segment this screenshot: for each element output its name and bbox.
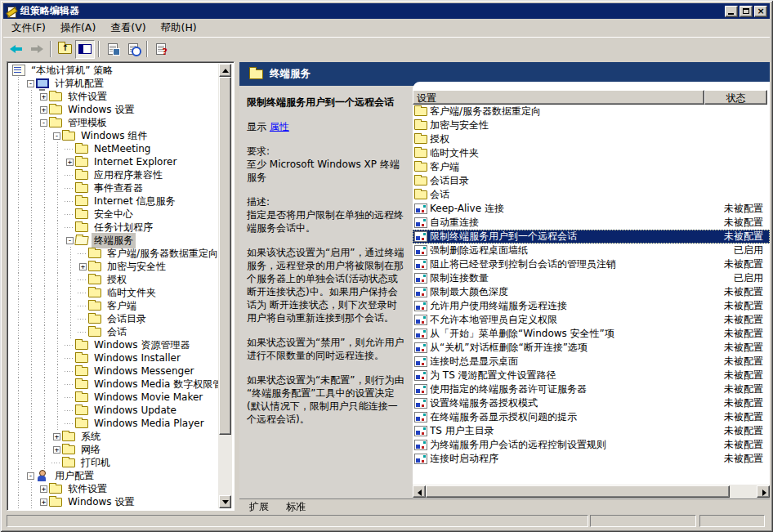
tree-item-label: Windows 设置 xyxy=(65,494,136,509)
expand-plus-icon[interactable]: + xyxy=(40,106,47,114)
maximize-button[interactable] xyxy=(739,6,753,17)
settings-list-row[interactable]: 允许用户使用终端服务远程连接未被配置 xyxy=(413,299,770,313)
settings-list-row[interactable]: 不允许本地管理员自定义权限未被配置 xyxy=(413,313,770,327)
tree-vertical-scrollbar[interactable] xyxy=(218,64,232,508)
tree-item[interactable]: Windows Media 数字权限管理 xyxy=(9,378,218,391)
tree-item[interactable]: -Windows 组件 xyxy=(9,129,218,142)
setting-status: 未被配置 xyxy=(707,341,770,355)
settings-list-row[interactable]: 设置终端服务器授权模式未被配置 xyxy=(413,396,770,410)
view-tabs: 扩展标准 xyxy=(239,498,770,512)
tree-item[interactable]: Windows Installer xyxy=(9,351,218,364)
expand-plus-icon[interactable]: + xyxy=(40,93,47,101)
properties-icon xyxy=(108,43,118,55)
show-hide-console-tree-button[interactable] xyxy=(75,40,95,59)
tree-guide-line xyxy=(12,456,25,469)
collapse-minus-icon[interactable]: - xyxy=(27,80,34,87)
settings-list-row[interactable]: 客户端/服务器数据重定向 xyxy=(413,105,770,118)
menu-item-file[interactable]: 文件(F) xyxy=(4,20,53,38)
list-horizontal-scrollbar[interactable] xyxy=(413,485,770,498)
menu-item-view[interactable]: 查看(V) xyxy=(103,20,153,38)
list-header: 设置 状态 xyxy=(413,90,770,105)
settings-list-row[interactable]: 为 TS 漫游配置文件设置路径未被配置 xyxy=(413,369,770,382)
scroll-down-button[interactable] xyxy=(219,495,231,508)
folder-icon xyxy=(249,69,263,79)
expand-plus-icon[interactable]: + xyxy=(40,498,47,506)
settings-list-row[interactable]: 连接时总是显示桌面未被配置 xyxy=(413,355,770,369)
tree-guide-line xyxy=(51,391,65,404)
collapse-minus-icon[interactable]: - xyxy=(66,237,74,244)
settings-list-row[interactable]: 限制连接数量已启用 xyxy=(413,271,770,285)
settings-list-row[interactable]: 会话 xyxy=(413,188,770,202)
settings-list-row[interactable]: 临时文件夹 xyxy=(413,146,770,160)
column-header-setting[interactable]: 设置 xyxy=(413,90,704,105)
selected-policy-title: 限制终端服务用户到一个远程会话 xyxy=(247,96,405,109)
settings-list-row[interactable]: 为终端服务用户会话的远程控制设置规则未被配置 xyxy=(413,438,770,452)
expand-plus-icon[interactable]: + xyxy=(40,485,47,493)
settings-list-row[interactable]: 从“关机”对话框删除“断开连接”选项未被配置 xyxy=(413,341,770,355)
tree-item[interactable]: Windows 资源管理器 xyxy=(9,338,218,351)
collapse-minus-icon[interactable]: - xyxy=(40,119,47,127)
tree-item[interactable]: -计算机配置 xyxy=(9,77,218,90)
expand-plus-icon[interactable]: + xyxy=(79,263,87,270)
tree-guide-line xyxy=(12,286,25,299)
expand-plus-icon[interactable]: + xyxy=(53,446,60,454)
minimize-button[interactable] xyxy=(725,6,738,17)
settings-list-row[interactable]: 加密与安全性 xyxy=(413,118,770,132)
properties-button[interactable] xyxy=(103,40,123,59)
tree-item[interactable]: +Windows 设置 xyxy=(9,495,218,508)
scroll-right-button[interactable] xyxy=(757,485,770,498)
setting-name: 客户端/服务器数据重定向 xyxy=(430,105,707,118)
tree-guide-line xyxy=(51,404,65,417)
export-list-button[interactable] xyxy=(123,40,143,59)
tab-standard[interactable]: 标准 xyxy=(275,499,317,512)
scroll-up-button[interactable] xyxy=(219,64,231,77)
tree-item[interactable]: NetMeeting xyxy=(9,142,218,155)
settings-list-row[interactable]: Keep-Alive 连接未被配置 xyxy=(413,202,770,216)
settings-list-row[interactable]: 会话目录 xyxy=(413,174,770,188)
tree-item[interactable]: “本地计算机” 策略 xyxy=(9,64,218,77)
folder-icon xyxy=(49,118,62,127)
tree-item[interactable]: Windows Update xyxy=(9,404,218,417)
scrollbar-thumb[interactable] xyxy=(426,485,730,498)
menu-item-help[interactable]: 帮助(H) xyxy=(154,20,204,38)
tree-connector-line xyxy=(65,168,75,181)
tree-item[interactable]: +网络 xyxy=(9,443,218,456)
settings-list-row[interactable]: TS 用户主目录未被配置 xyxy=(413,424,770,438)
settings-list-row[interactable]: 限制终端服务用户到一个远程会话未被配置 xyxy=(413,230,770,244)
requirements-label: 要求: xyxy=(247,145,405,158)
up-one-level-button[interactable] xyxy=(55,40,74,59)
settings-list-row[interactable]: 从「开始」菜单删除“Windows 安全性”项未被配置 xyxy=(413,327,770,341)
collapse-minus-icon[interactable]: - xyxy=(53,132,60,140)
settings-list-row[interactable]: 阻止将已经登录到控制台会话的管理员注销未被配置 xyxy=(413,257,770,271)
forward-button[interactable] xyxy=(27,40,47,59)
expand-plus-icon[interactable]: + xyxy=(66,159,74,166)
tree-item[interactable]: -用户配置 xyxy=(9,469,218,482)
tree-item[interactable]: Windows Media Player xyxy=(9,417,218,430)
back-button[interactable] xyxy=(7,40,26,59)
tree-item[interactable]: +系统 xyxy=(9,430,218,443)
settings-list-row[interactable]: 在终端服务器显示授权问题的提示未被配置 xyxy=(413,410,770,424)
toolbar xyxy=(3,37,770,60)
properties-link[interactable]: 属性 xyxy=(270,121,289,132)
expand-plus-icon[interactable]: + xyxy=(53,433,60,440)
tree-item[interactable]: +Windows 设置 xyxy=(9,103,218,116)
settings-list-row[interactable]: 连接时启动程序未被配置 xyxy=(413,452,770,466)
tab-extended[interactable]: 扩展 xyxy=(238,499,280,512)
tree-item[interactable]: 打印机 xyxy=(9,456,218,469)
scroll-left-button[interactable] xyxy=(413,485,426,498)
settings-list-row[interactable]: 客户端 xyxy=(413,160,770,174)
settings-list-row[interactable]: 强制删除远程桌面墙纸已启用 xyxy=(413,244,770,257)
menu-item-action[interactable]: 操作(A) xyxy=(53,20,103,38)
scrollbar-thumb[interactable] xyxy=(219,77,231,435)
settings-list-row[interactable]: 限制最大颜色深度未被配置 xyxy=(413,285,770,299)
settings-list-row[interactable]: 授权 xyxy=(413,132,770,146)
collapse-minus-icon[interactable]: - xyxy=(27,472,34,480)
column-header-status[interactable]: 状态 xyxy=(704,90,767,105)
settings-list-row[interactable]: 自动重连接未被配置 xyxy=(413,216,770,230)
folder-icon xyxy=(88,302,101,311)
close-button[interactable]: × xyxy=(754,6,767,17)
tree-item[interactable]: Windows Movie Maker xyxy=(9,391,218,404)
tree-guide-line xyxy=(65,247,78,260)
settings-list-row[interactable]: 使用指定的终端服务器许可证服务器未被配置 xyxy=(413,382,770,396)
help-button[interactable] xyxy=(151,40,171,59)
